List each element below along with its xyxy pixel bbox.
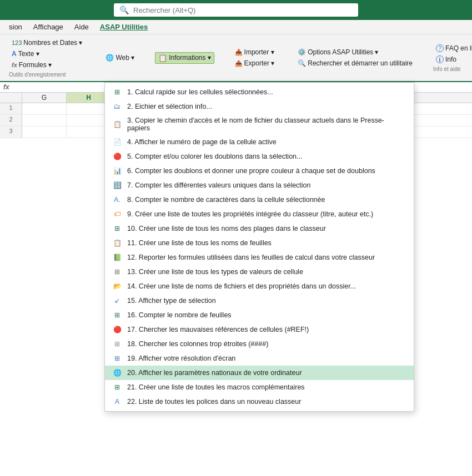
dropdown-item-text-5: 5. Compter et/ou colorer les doublons da… [127, 153, 407, 160]
ribbon-btn-options[interactable]: ⚙️ Options ASAP Utilities ▾ [295, 47, 381, 57]
ribbon-btn-faq[interactable]: ? FAQ en ligne [433, 43, 472, 53]
dropdown-item-19[interactable]: ⊞19. Afficher votre résolution d'écran [105, 351, 414, 366]
options-label: Options ASAP Utilities ▾ [308, 48, 378, 56]
options-icon: ⚙️ [298, 48, 306, 56]
dropdown-item-text-20: 20. Afficher les paramètres nationaux de… [127, 369, 407, 377]
dropdown-item-text-13: 13. Créer une liste de tous les types de… [127, 268, 407, 276]
dup-icon: 🔴 [112, 152, 123, 161]
info-aide-label: Info et aide [433, 66, 460, 72]
outils-label: Outils d'enregistrement [9, 72, 66, 78]
excel-icon: 📗 [112, 253, 123, 262]
menu-item-affichage[interactable]: Affichage [29, 21, 68, 33]
dropdown-item-5[interactable]: 🔴5. Compter et/ou colorer les doublons d… [105, 149, 414, 164]
dropdown-item-13[interactable]: ⊞13. Créer une liste de tous les types d… [105, 265, 414, 279]
search-bar: 🔍 [0, 0, 472, 20]
menu-item-aide[interactable]: Aide [70, 21, 93, 33]
ribbon: 123 Nombres et Dates ▾ A Texte ▾ fx Form… [0, 34, 472, 82]
dropdown-item-text-19: 19. Afficher votre résolution d'écran [127, 355, 407, 362]
dropdown-item-18[interactable]: ⊞18. Chercher les colonnes trop étroites… [105, 337, 414, 351]
dropdown-item-text-22: 22. Liste de toutes les polices dans un … [127, 398, 407, 406]
search-wrapper: 🔍 [114, 3, 358, 17]
dropdown-item-15[interactable]: ↙15. Afficher type de sélection [105, 293, 414, 308]
copy-icon: 📋 [112, 120, 123, 129]
dropdown-item-11[interactable]: 📋11. Créer une liste de tous les noms de… [105, 236, 414, 250]
dropdown-item-text-1: 1. Calcul rapide sur les cellules sélect… [127, 88, 407, 96]
formules-label: Formules ▾ [19, 61, 52, 69]
ribbon-btn-web[interactable]: 🌐 Web ▾ [103, 53, 137, 63]
col-icon: ⊞ [112, 340, 123, 348]
dropdown-item-6[interactable]: 📊6. Compter les doublons et donner une p… [105, 164, 414, 178]
nombres-label: Nombres et Dates ▾ [23, 39, 82, 47]
dropdown-item-3[interactable]: 📋3. Copier le chemin d'accès et le nom d… [105, 114, 414, 135]
dropdown-item-text-17: 17. Chercher les mauvaises références de… [127, 326, 407, 333]
info-icon: ℹ [436, 55, 444, 63]
fonts-icon: A [112, 397, 123, 406]
dropdown-item-12[interactable]: 📗12. Reporter les formules utilisées dan… [105, 250, 414, 265]
dropdown-item-text-12: 12. Reporter les formules utilisées dans… [127, 254, 407, 261]
dropdown-item-text-10: 10. Créer une liste de tous les noms des… [127, 225, 407, 232]
ribbon-btn-exporter[interactable]: 📤 Exporter ▾ [232, 58, 278, 68]
dropdown-item-text-14: 14. Créer une liste de noms de fichiers … [127, 282, 407, 290]
dropdown-item-10[interactable]: ⊞10. Créer une liste de tous les noms de… [105, 221, 414, 236]
ribbon-btn-nombres[interactable]: 123 Nombres et Dates ▾ [9, 38, 85, 48]
dropdown-item-text-16: 16. Compter le nombre de feuilles [127, 311, 407, 319]
dropdown-item-text-11: 11. Créer une liste de tous les noms de … [127, 239, 407, 247]
web-icon: 🌐 [106, 54, 114, 62]
ribbon-btn-formules[interactable]: fx Formules ▾ [9, 60, 54, 70]
dropdown-item-text-8: 8. Compter le nombre de caractères dans … [127, 196, 407, 204]
range-icon: ⊞ [112, 224, 123, 233]
dropdown-item-4[interactable]: 📄4. Afficher le numéro de page de la cel… [105, 135, 414, 149]
dropdown-item-9[interactable]: 🏷9. Créer une liste de toutes les propri… [105, 207, 414, 221]
ribbon-btn-info[interactable]: ℹ Info [433, 54, 459, 64]
search-input[interactable] [133, 6, 353, 14]
files-icon: 📂 [112, 282, 123, 291]
search-icon: 🔍 [119, 6, 129, 14]
menu-item-asap[interactable]: ASAP Utilities [96, 21, 152, 33]
dropdown-item-text-3: 3. Copier le chemin d'accès et le nom de… [127, 117, 407, 132]
row-header-stub [0, 93, 22, 103]
dropdown-item-1[interactable]: ⊞1. Calcul rapide sur les cellules sélec… [105, 85, 414, 99]
texte-icon: A [12, 50, 17, 58]
info-icon: 🗂 [112, 102, 123, 111]
unique-icon: 🔢 [112, 181, 123, 190]
exporter-icon: 📤 [235, 60, 243, 67]
formules-icon: fx [12, 62, 17, 68]
dropdown-item-22[interactable]: A22. Liste de toutes les polices dans un… [105, 394, 414, 409]
ribbon-btn-rechercher[interactable]: 🔍 Rechercher et démarrer un utilitaire [295, 58, 415, 68]
faq-label: FAQ en ligne [445, 44, 472, 52]
web-label: Web ▾ [116, 54, 134, 62]
countdup-icon: 📊 [112, 166, 123, 175]
informations-icon: 📋 [158, 54, 167, 62]
informations-label: Informations ▾ [169, 54, 210, 62]
locale-icon: 🌐 [112, 368, 123, 377]
ribbon-group-nombres: 123 Nombres et Dates ▾ A Texte ▾ fx Form… [6, 37, 88, 79]
dropdown-item-7[interactable]: 🔢7. Compter les différentes valeurs uniq… [105, 178, 414, 193]
nombres-icon: 123 [12, 39, 22, 46]
ribbon-group-web: 🌐 Web ▾ [99, 52, 140, 64]
menu-item-ion[interactable]: sion [4, 21, 27, 33]
rechercher-label: Rechercher et démarrer un utilitaire [308, 59, 413, 67]
dropdown-item-text-21: 21. Créer une liste de toutes les macros… [127, 383, 407, 391]
dropdown-item-16[interactable]: ⊞16. Compter le nombre de feuilles [105, 308, 414, 322]
prop-icon: 🏷 [112, 210, 123, 219]
page-icon: 📄 [112, 138, 123, 146]
types-icon: ⊞ [112, 267, 123, 276]
macros-icon: ⊞ [112, 383, 123, 392]
ribbon-btn-texte[interactable]: A Texte ▾ [9, 49, 42, 59]
dropdown-item-text-4: 4. Afficher le numéro de page de la cell… [127, 138, 407, 146]
ribbon-btn-importer[interactable]: 📥 Importer ▾ [232, 47, 277, 57]
dropdown-item-17[interactable]: 🔴17. Chercher les mauvaises références d… [105, 322, 414, 337]
dropdown-item-14[interactable]: 📂14. Créer une liste de noms de fichiers… [105, 279, 414, 293]
dropdown-item-text-2: 2. Eichier et sélection info... [127, 103, 407, 110]
col-G: G [22, 93, 67, 103]
dropdown-item-text-15: 15. Afficher type de sélection [127, 297, 407, 305]
dropdown-item-21[interactable]: ⊞21. Créer une liste de toutes les macro… [105, 380, 414, 394]
grid-icon: ⊞ [112, 88, 123, 97]
dropdown-item-text-6: 6. Compter les doublons et donner une pr… [127, 167, 407, 175]
dropdown-item-2[interactable]: 🗂2. Eichier et sélection info... [105, 99, 414, 114]
ribbon-btn-informations[interactable]: 📋 Informations ▾ [155, 52, 214, 64]
rechercher-icon: 🔍 [298, 59, 306, 67]
dropdown-item-20[interactable]: 🌐20. Afficher les paramètres nationaux d… [105, 366, 414, 380]
exporter-label: Exporter ▾ [244, 59, 275, 67]
dropdown-item-8[interactable]: A.8. Compter le nombre de caractères dan… [105, 193, 414, 207]
